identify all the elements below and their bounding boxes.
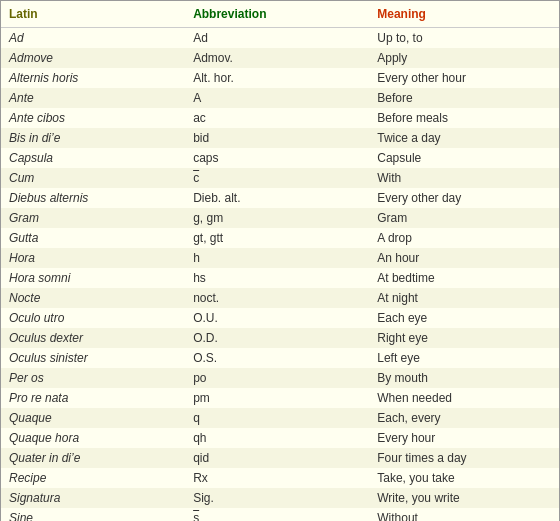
cell-latin: Admove xyxy=(1,48,185,68)
cell-abbreviation: O.S. xyxy=(185,348,369,368)
cell-abbreviation: caps xyxy=(185,148,369,168)
cell-latin: Pro re nata xyxy=(1,388,185,408)
cell-latin: Quaque xyxy=(1,408,185,428)
cell-meaning: At bedtime xyxy=(369,268,559,288)
cell-abbreviation: O.U. xyxy=(185,308,369,328)
cell-abbreviation: noct. xyxy=(185,288,369,308)
table-row: CapsulacapsCapsule xyxy=(1,148,559,168)
cell-meaning: Gram xyxy=(369,208,559,228)
cell-abbreviation: qh xyxy=(185,428,369,448)
table-row: SinesWithout xyxy=(1,508,559,521)
cell-latin: Bis in di’e xyxy=(1,128,185,148)
table-row: SignaturaSig.Write, you write xyxy=(1,488,559,508)
table-row: Quaque horaqhEvery hour xyxy=(1,428,559,448)
cell-meaning: Without xyxy=(369,508,559,521)
cell-meaning: Every hour xyxy=(369,428,559,448)
cell-latin: Nocte xyxy=(1,288,185,308)
table-row: Pro re natapmWhen needed xyxy=(1,388,559,408)
cell-abbreviation: pm xyxy=(185,388,369,408)
table-row: Bis in di’ebidTwice a day xyxy=(1,128,559,148)
cell-latin: Oculus sinister xyxy=(1,348,185,368)
cell-abbreviation: po xyxy=(185,368,369,388)
table-row: Diebus alternisDieb. alt.Every other day xyxy=(1,188,559,208)
cell-latin: Quater in di’e xyxy=(1,448,185,468)
cell-abbreviation: Dieb. alt. xyxy=(185,188,369,208)
cell-abbreviation: A xyxy=(185,88,369,108)
cell-abbreviation: Admov. xyxy=(185,48,369,68)
table-row: AnteABefore xyxy=(1,88,559,108)
cell-meaning: Four times a day xyxy=(369,448,559,468)
cell-latin: Ante xyxy=(1,88,185,108)
table-row: Gramg, gmGram xyxy=(1,208,559,228)
cell-abbreviation: gt, gtt xyxy=(185,228,369,248)
table-row: Oculus dexterO.D.Right eye xyxy=(1,328,559,348)
cell-latin: Oculus dexter xyxy=(1,328,185,348)
cell-meaning: At night xyxy=(369,288,559,308)
cell-latin: Quaque hora xyxy=(1,428,185,448)
table-row: AdAdUp to, to xyxy=(1,28,559,49)
cell-latin: Hora somni xyxy=(1,268,185,288)
cell-meaning: With xyxy=(369,168,559,188)
cell-meaning: By mouth xyxy=(369,368,559,388)
cell-latin: Gram xyxy=(1,208,185,228)
table-row: AdmoveAdmov.Apply xyxy=(1,48,559,68)
cell-abbreviation: qid xyxy=(185,448,369,468)
cell-latin: Capsula xyxy=(1,148,185,168)
cell-latin: Diebus alternis xyxy=(1,188,185,208)
cell-meaning: Every other hour xyxy=(369,68,559,88)
cell-abbreviation: g, gm xyxy=(185,208,369,228)
cell-meaning: Left eye xyxy=(369,348,559,368)
cell-meaning: Twice a day xyxy=(369,128,559,148)
cell-latin: Ad xyxy=(1,28,185,49)
cell-abbreviation: c xyxy=(185,168,369,188)
header-meaning: Meaning xyxy=(369,1,559,28)
table-row: Guttagt, gttA drop xyxy=(1,228,559,248)
cell-latin: Recipe xyxy=(1,468,185,488)
cell-meaning: Before xyxy=(369,88,559,108)
cell-latin: Alternis horis xyxy=(1,68,185,88)
cell-meaning: Take, you take xyxy=(369,468,559,488)
table-row: Oculo utroO.U.Each eye xyxy=(1,308,559,328)
table-row: HorahAn hour xyxy=(1,248,559,268)
cell-abbreviation: Sig. xyxy=(185,488,369,508)
cell-latin: Signatura xyxy=(1,488,185,508)
cell-latin: Sine xyxy=(1,508,185,521)
table-row: Noctenoct.At night xyxy=(1,288,559,308)
cell-latin: Ante cibos xyxy=(1,108,185,128)
table-row: Oculus sinisterO.S.Left eye xyxy=(1,348,559,368)
cell-meaning: Apply xyxy=(369,48,559,68)
table-row: Quater in di’eqidFour times a day xyxy=(1,448,559,468)
cell-meaning: Write, you write xyxy=(369,488,559,508)
table-row: Ante cibosacBefore meals xyxy=(1,108,559,128)
cell-abbreviation: Rx xyxy=(185,468,369,488)
table-row: Alternis horisAlt. hor.Every other hour xyxy=(1,68,559,88)
cell-latin: Oculo utro xyxy=(1,308,185,328)
cell-abbreviation: s xyxy=(185,508,369,521)
cell-meaning: Right eye xyxy=(369,328,559,348)
cell-abbreviation: hs xyxy=(185,268,369,288)
cell-meaning: A drop xyxy=(369,228,559,248)
cell-latin: Cum xyxy=(1,168,185,188)
cell-abbreviation: Alt. hor. xyxy=(185,68,369,88)
cell-meaning: Capsule xyxy=(369,148,559,168)
table-row: Hora somnihsAt bedtime xyxy=(1,268,559,288)
cell-meaning: Before meals xyxy=(369,108,559,128)
medical-terms-table: Latin Abbreviation Meaning AdAdUp to, to… xyxy=(0,0,560,521)
table-row: CumcWith xyxy=(1,168,559,188)
cell-abbreviation: Ad xyxy=(185,28,369,49)
cell-abbreviation: ac xyxy=(185,108,369,128)
header-abbreviation: Abbreviation xyxy=(185,1,369,28)
cell-meaning: Each, every xyxy=(369,408,559,428)
cell-meaning: When needed xyxy=(369,388,559,408)
cell-abbreviation: O.D. xyxy=(185,328,369,348)
cell-abbreviation: bid xyxy=(185,128,369,148)
table-row: Per ospoBy mouth xyxy=(1,368,559,388)
cell-meaning: Each eye xyxy=(369,308,559,328)
table-row: QuaqueqEach, every xyxy=(1,408,559,428)
cell-abbreviation: h xyxy=(185,248,369,268)
header-latin: Latin xyxy=(1,1,185,28)
cell-abbreviation: q xyxy=(185,408,369,428)
cell-meaning: An hour xyxy=(369,248,559,268)
cell-latin: Hora xyxy=(1,248,185,268)
cell-latin: Per os xyxy=(1,368,185,388)
